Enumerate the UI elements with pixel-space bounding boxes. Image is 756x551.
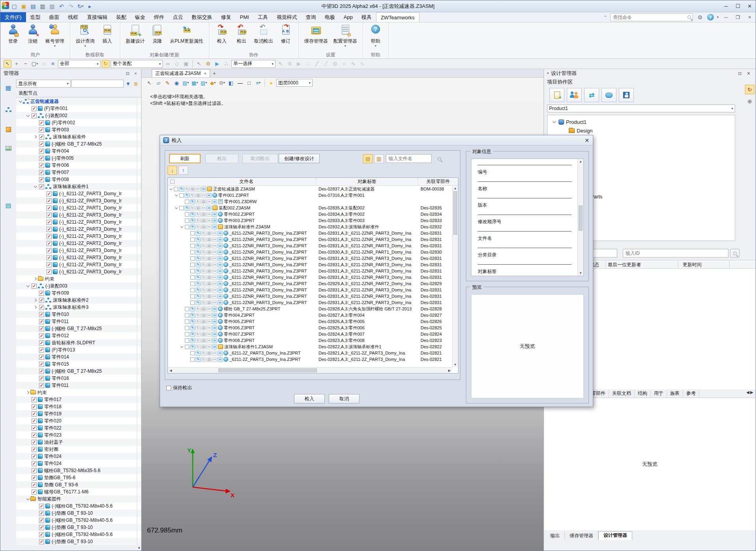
ribbon-new-design-button[interactable]: +PLM新建设计 [123, 24, 147, 45]
assembly-tree-item[interactable]: ✓垫圈GB_T95-6 [16, 474, 141, 481]
points-faded-icon[interactable]: ∴ [222, 60, 230, 68]
item-checkbox[interactable]: ✓ [39, 149, 44, 154]
redo-icon[interactable]: ↷ [67, 2, 75, 11]
history-manager-icon[interactable]: ▤ [3, 200, 13, 210]
plm-recent-button[interactable]: ↻ [745, 85, 754, 94]
assembly-tree-item[interactable]: ✓零件022 [16, 424, 141, 431]
item-checkbox[interactable]: ✓ [32, 447, 37, 452]
assembly-tree-item[interactable]: ✓滚珠轴承标准件2 [16, 297, 141, 304]
assembly-tree-item[interactable]: ✓(-)装配002 [16, 112, 141, 119]
item-checkbox[interactable]: ✓ [39, 163, 44, 168]
checkin-table-row[interactable]: ✎↻▤↦∞_6211-2Z_PART3_Domy_Ina.Z3PRTDes-02… [168, 350, 452, 356]
assembly-tree-item[interactable]: ✓(-)装配003 [16, 282, 141, 290]
display-filter-dropdown[interactable]: 显示所有▾ [16, 80, 71, 88]
message-button[interactable]: … [601, 88, 616, 102]
item-checkbox[interactable]: ✓ [39, 539, 44, 544]
ribbon-check-out-button[interactable]: ↶PLM检出 [232, 24, 251, 45]
save-to-plm-button[interactable] [619, 88, 634, 102]
assembly-tree-item[interactable]: ✎正齿轮减速器 [16, 98, 141, 105]
help-dropdown-icon[interactable]: ▾ [717, 16, 719, 19]
item-checkbox[interactable]: ✓ [39, 504, 44, 509]
assembly-tree-item[interactable]: ✓(-)_6211-2Z_PART3_Domy_Ir [16, 211, 141, 219]
item-checkbox[interactable]: ✓ [39, 127, 44, 133]
gear2-faded-icon[interactable]: ⚙ [286, 60, 294, 68]
product-selector-dropdown[interactable]: Product1▾ [547, 105, 735, 112]
assembly-tree-item[interactable]: ✓(-)_6211-2Z_PART3_Domy_Ir [16, 261, 141, 268]
checkin-table-row[interactable]: ✎↻▤↦∞装配002.Z3ASMDes-02835,A,3:装配002Des-0… [168, 205, 452, 211]
menu-item-0[interactable]: 文件(F) [0, 12, 26, 22]
assembly-tree-item[interactable]: ✓齿轮标准件.SLDPRT [16, 339, 141, 346]
assembly-tree-item[interactable]: ✓(F)零件002 [16, 119, 141, 126]
checkin-table-row[interactable]: ✎↻▤↦∞_6211-2ZNR_PART3_Domy_Ina.Z3PRTDes-… [168, 287, 452, 293]
ribbon-cache-manager-button[interactable]: 缓存管理器 [302, 24, 330, 45]
item-checkbox[interactable]: ✓ [39, 184, 44, 189]
row-expand-icon[interactable] [180, 225, 184, 229]
item-checkbox[interactable]: ✓ [47, 220, 52, 225]
assembly-tree-item[interactable]: ✓(-)零件005 [16, 155, 141, 162]
table-horizontal-scrollbar[interactable]: ◀ ▶ [168, 367, 452, 373]
bottom-tab-设计管理器[interactable]: 设计管理器 [598, 531, 632, 540]
window-minimize-button[interactable]: ─ [720, 1, 732, 11]
bulb-icon[interactable]: ● [267, 79, 275, 87]
detail-tab-1[interactable]: 关联文档 [609, 390, 635, 398]
item-checkbox[interactable]: ✓ [39, 362, 44, 367]
menu-item-18[interactable]: ZWTeamworks [376, 12, 419, 22]
item-checkbox[interactable]: ✓ [39, 120, 44, 125]
assembly-tree-item[interactable]: ✓零件003 [16, 126, 141, 133]
expand-icon[interactable] [18, 99, 23, 104]
lasso-select-icon[interactable]: ◌ [40, 60, 48, 68]
curve2-faded-icon[interactable]: ∿ [358, 60, 366, 68]
item-checkbox[interactable]: ✓ [32, 461, 37, 466]
id-search-input[interactable] [625, 250, 726, 256]
expand-icon[interactable] [33, 276, 38, 282]
checkin-table-row[interactable]: ✎↻▤↦∞滚珠轴承标准件1.Z3ASMDes-02822,A,3:滚珠轴承标准件… [168, 344, 452, 350]
layer_combo-dropdown[interactable]: 图层0000▾ [276, 79, 313, 87]
item-checkbox[interactable]: ✓ [32, 113, 37, 118]
new-file-icon[interactable]: ▢ [10, 2, 19, 11]
item-checkbox[interactable]: ✓ [47, 269, 52, 275]
table-vertical-scrollbar[interactable]: ▲ ▼ [452, 186, 458, 367]
detail-tab-2[interactable]: 结构 [635, 390, 651, 398]
tree-search-input[interactable] [71, 80, 124, 88]
circle-dot-faded-icon[interactable]: ⊙ [331, 60, 339, 68]
item-checkbox[interactable]: ✓ [39, 319, 44, 324]
expand-all-button[interactable]: ↓ [168, 166, 177, 175]
assembly-tree-item[interactable]: ✓(-)_6211-2Z_PART1_Domy_Ir [16, 204, 141, 211]
row-checkbox[interactable] [190, 275, 195, 280]
doc-restore-button[interactable]: ❐ [734, 13, 742, 21]
assembly-tree-item[interactable]: ✓(-)螺栓 GB_T 27-M8x25 [16, 140, 141, 148]
command-search-input[interactable] [612, 14, 687, 21]
assembly-tree-item[interactable]: ✓(-)_6211-2Z_PART3_Domy_Ir [16, 190, 141, 197]
assembly-tree-item[interactable]: ✓零件020 [16, 417, 141, 424]
remove-entity-icon[interactable]: − [22, 60, 30, 68]
cube-multi-icon[interactable]: ◆▾ [209, 79, 217, 87]
doc-minimize-button[interactable]: ─ [722, 13, 730, 21]
item-checkbox[interactable]: ✓ [47, 262, 52, 267]
print-batch-icon[interactable]: ▥ [48, 2, 56, 11]
expand-icon[interactable] [33, 305, 38, 310]
object-info-scrollbar[interactable]: ▲▼ [577, 159, 583, 276]
assembly-tree-item[interactable]: ✓(-)_6211-2Z_PART3_Domy_Ir [16, 197, 141, 204]
assembly-tree-item[interactable]: ✓零件017 [16, 396, 141, 403]
marker-pen-icon[interactable]: ✎ [164, 79, 171, 87]
row-checkbox[interactable] [190, 263, 195, 267]
filename-search-button[interactable] [435, 155, 443, 162]
expand-icon[interactable] [25, 284, 30, 289]
assembly-tree-item[interactable]: 智能紧固件 [16, 495, 141, 502]
settings-gear-icon[interactable]: ⚙ [696, 13, 704, 21]
item-checkbox[interactable]: ✓ [32, 475, 37, 480]
filename-search-box[interactable] [386, 154, 432, 163]
panel-float-icon[interactable]: ⊡ [125, 70, 131, 77]
detail-tab-4[interactable]: 族表 [667, 390, 683, 398]
collapse-ribbon-icon[interactable]: ⌃ [604, 15, 607, 19]
checkin-table-row[interactable]: ✎↻▤↦∞_6211-2ZNR_PART3_Domy_Ina.Z3PRTDes-… [168, 261, 452, 268]
add-entity-icon[interactable]: + [13, 60, 20, 68]
row-checkbox[interactable] [190, 357, 195, 362]
menu-item-15[interactable]: 电极 [320, 12, 339, 22]
tree-scroll-hint-icon[interactable]: ▾ [138, 546, 140, 550]
item-checkbox[interactable]: ✓ [39, 142, 44, 147]
row-checkbox[interactable] [190, 237, 195, 242]
checkin-cancel-button[interactable]: 取消 [329, 394, 359, 403]
assembly-tree-item[interactable]: ✓零件018 [16, 403, 141, 410]
save-file-icon[interactable]: ▤ [29, 2, 37, 11]
